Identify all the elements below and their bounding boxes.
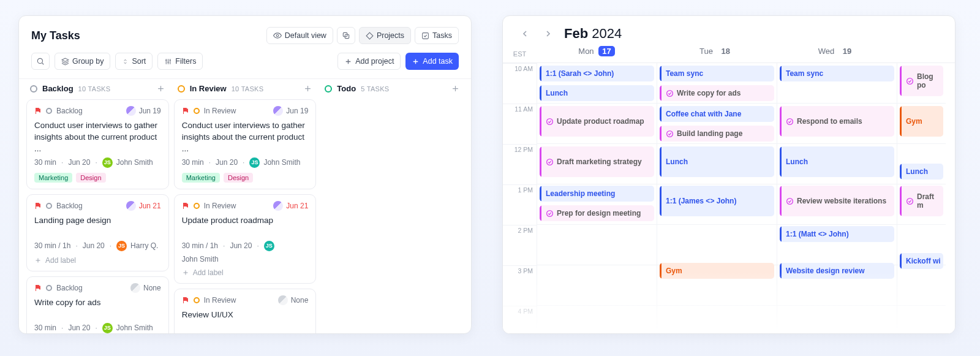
phase-icon [273,201,283,211]
calendar-event[interactable]: Lunch [780,146,894,177]
add-card-button[interactable] [156,84,165,93]
groupby-button[interactable]: Group by [55,53,110,70]
due-date-badge[interactable]: Jun 21 [126,201,161,211]
calendar-event[interactable]: Draft m [900,186,943,216]
next-month-button[interactable] [541,26,556,41]
event-title: Team sync [666,69,703,78]
due-date-badge[interactable]: Jun 21 [273,201,308,211]
assignee-avatar[interactable]: JS [249,157,260,168]
add-label-button[interactable]: Add label [182,268,309,277]
add-card-button[interactable] [303,84,312,93]
meta-separator [60,158,64,167]
day-header[interactable]: Tue 18 [657,47,777,58]
estimate-text: 30 min [182,158,204,167]
meta-separator [222,241,226,250]
assignee-name: John Smith [182,255,219,263]
task-card[interactable]: Backlog Jun 21 Landing page design 30 mi… [26,194,169,271]
tag-chip[interactable]: Design [224,173,253,183]
card-title: Conduct user interviews to gather insigh… [34,120,161,155]
calendar-event[interactable]: Gym [660,263,774,279]
calendar-event[interactable]: Lunch [900,164,943,180]
svg-rect-3 [423,32,429,39]
task-card[interactable]: In Review Jun 21 Update product roadmap … [174,194,317,284]
event-title: 1:1 (James <> John) [666,197,736,205]
due-date-text: Jun 19 [286,107,308,115]
card-title: Conduct user interviews to gather insigh… [182,120,309,155]
due-date-text: None [291,296,309,305]
card-meta: 30 min Jun 20 JS John Smith [34,323,161,333]
calendar-event[interactable]: Website design review [780,263,894,279]
calendar-header: Feb 2024 [503,16,955,47]
sort-button[interactable]: Sort [115,53,153,70]
day-header[interactable] [897,47,946,58]
due-date-badge[interactable]: None [130,283,161,293]
check-circle-icon [786,197,794,205]
task-card[interactable]: Backlog Jun 19 Conduct user interviews t… [26,99,169,189]
calendar-event[interactable]: Blog po [900,66,943,96]
calendar-event[interactable]: 1:1 (James <> John) [660,186,774,216]
card-meta: 30 min Jun 20 JS John Smith [182,157,309,168]
calendar-event[interactable]: Build landing page [660,126,774,142]
event-title: Lunch [906,167,928,176]
event-title: Gym [906,117,922,126]
calendar-event[interactable]: Write copy for ads [660,85,774,101]
duplicate-view-button[interactable] [337,27,355,44]
filters-button[interactable]: Filters [157,53,203,70]
diamond-icon [366,32,374,40]
calendar-event[interactable]: Lunch [660,146,774,177]
day-column[interactable]: Team syncRespond to emailsLunchReview we… [777,63,897,333]
due-date-badge[interactable]: Jun 19 [273,106,308,116]
add-task-button[interactable]: Add task [405,53,459,70]
calendar-event[interactable]: Review website iterations [780,186,894,216]
calendar-event[interactable]: Leadership meeting [540,186,654,202]
day-column[interactable]: Blog poGymLunchDraft mKickoff wi [897,63,946,333]
due-date-badge[interactable]: Jun 19 [126,106,161,116]
assignee-avatar[interactable]: JS [102,157,113,168]
calendar-event[interactable]: Prep for design meeting [540,205,654,221]
calendar-event[interactable]: Team sync [660,66,774,81]
day-header[interactable]: Mon 17 [537,47,657,58]
assignee-avatar[interactable]: JS [102,323,113,333]
due-date-badge[interactable]: None [278,295,309,305]
meta-date: Jun 20 [83,241,105,250]
event-title: Website design review [786,267,865,275]
calendar-event[interactable]: Draft marketing strategy [540,146,654,177]
calendar-event[interactable]: Kickoff wi [900,253,943,269]
svg-point-4 [37,58,42,63]
task-card[interactable]: Backlog None Write copy for ads 30 min J… [26,276,169,333]
calendar-event[interactable]: Respond to emails [780,106,894,137]
add-card-button[interactable] [451,84,460,93]
day-header[interactable]: Wed 19 [777,47,897,58]
calendar-event[interactable]: Gym [900,106,943,137]
day-column[interactable]: Team syncWrite copy for adsCoffee chat w… [657,63,777,333]
calendar-event[interactable]: Team sync [780,66,894,81]
meta-separator [94,324,98,332]
calendar-event[interactable]: 1:1 (Matt <> John) [780,226,894,242]
tag-chip[interactable]: Marketing [34,173,72,183]
projects-tab[interactable]: Projects [359,27,411,44]
tasks-header: My Tasks Default view Projects Tasks [19,16,471,47]
add-label-button[interactable]: Add label [34,256,161,265]
prev-month-button[interactable] [518,26,532,41]
plus-icon [156,84,165,93]
chip-row: MarketingDesign [34,173,161,183]
day-column[interactable]: 1:1 (Sarah <> John)LunchUpdate product r… [537,63,657,333]
tag-chip[interactable]: Design [76,173,105,183]
assignee-avatar[interactable]: JS [116,241,127,251]
tasks-tab[interactable]: Tasks [415,27,459,44]
estimate-text: 30 min / 1h [34,241,70,250]
task-card[interactable]: In Review None Review UI/UX 30 min Jun 1… [174,289,317,333]
assignee-avatar[interactable]: JS [264,241,274,251]
event-title: Gym [666,267,682,275]
filter-icon [164,58,172,66]
calendar-event[interactable]: Lunch [540,85,654,101]
calendar-event[interactable]: Coffee chat with Jane [660,106,774,122]
search-button[interactable] [31,53,50,70]
calendar-event[interactable]: 1:1 (Sarah <> John) [540,66,654,81]
tag-chip[interactable]: Marketing [182,173,220,183]
add-project-button[interactable]: Add project [337,53,401,70]
calendar-event[interactable]: Update product roadmap [540,106,654,137]
tasks-label: Tasks [432,31,452,40]
task-card[interactable]: In Review Jun 19 Conduct user interviews… [174,99,317,189]
default-view-button[interactable]: Default view [266,27,333,44]
